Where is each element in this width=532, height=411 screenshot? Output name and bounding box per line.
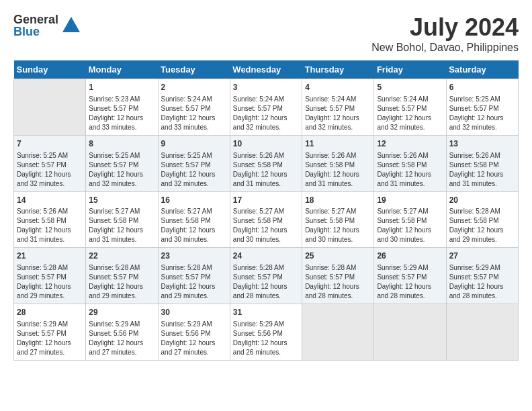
day-number: 2 <box>161 82 227 93</box>
cell-content: Sunrise: 5:29 AM Sunset: 5:57 PM Dayligh… <box>17 320 83 357</box>
cell-content: Sunrise: 5:27 AM Sunset: 5:58 PM Dayligh… <box>233 207 299 244</box>
calendar-cell: 2Sunrise: 5:24 AM Sunset: 5:57 PM Daylig… <box>158 79 230 136</box>
calendar-cell: 18Sunrise: 5:27 AM Sunset: 5:58 PM Dayli… <box>302 191 374 248</box>
day-number: 22 <box>89 250 154 262</box>
cell-content: Sunrise: 5:24 AM Sunset: 5:57 PM Dayligh… <box>161 95 227 132</box>
calendar-cell: 28Sunrise: 5:29 AM Sunset: 5:57 PM Dayli… <box>14 304 86 361</box>
day-number: 26 <box>377 250 443 262</box>
calendar-cell: 13Sunrise: 5:26 AM Sunset: 5:58 PM Dayli… <box>446 135 518 191</box>
cell-content: Sunrise: 5:26 AM Sunset: 5:58 PM Dayligh… <box>233 151 299 189</box>
logo-general: General <box>13 13 58 26</box>
header-wednesday: Wednesday <box>230 60 302 79</box>
calendar-cell <box>302 304 374 361</box>
day-number: 11 <box>305 138 371 150</box>
calendar-cell: 8Sunrise: 5:25 AM Sunset: 5:57 PM Daylig… <box>86 135 158 191</box>
cell-content: Sunrise: 5:27 AM Sunset: 5:58 PM Dayligh… <box>161 207 227 244</box>
calendar-cell: 29Sunrise: 5:29 AM Sunset: 5:56 PM Dayli… <box>86 304 158 361</box>
calendar-cell <box>374 304 446 361</box>
day-number: 25 <box>305 250 371 262</box>
cell-content: Sunrise: 5:26 AM Sunset: 5:58 PM Dayligh… <box>377 151 443 189</box>
table-row: 14Sunrise: 5:26 AM Sunset: 5:58 PM Dayli… <box>14 191 519 248</box>
calendar-cell: 25Sunrise: 5:28 AM Sunset: 5:57 PM Dayli… <box>302 248 374 304</box>
table-row: 21Sunrise: 5:28 AM Sunset: 5:57 PM Dayli… <box>14 248 519 304</box>
logo-icon <box>61 15 81 36</box>
day-number: 30 <box>161 307 227 318</box>
cell-content: Sunrise: 5:29 AM Sunset: 5:57 PM Dayligh… <box>377 263 443 301</box>
calendar-cell: 27Sunrise: 5:29 AM Sunset: 5:57 PM Dayli… <box>446 248 518 304</box>
cell-content: Sunrise: 5:29 AM Sunset: 5:56 PM Dayligh… <box>233 320 299 357</box>
header-friday: Friday <box>374 60 446 79</box>
day-number: 18 <box>305 195 371 206</box>
calendar-cell <box>14 79 86 136</box>
calendar-cell: 12Sunrise: 5:26 AM Sunset: 5:58 PM Dayli… <box>374 135 446 191</box>
calendar-cell: 26Sunrise: 5:29 AM Sunset: 5:57 PM Dayli… <box>374 248 446 304</box>
day-number: 15 <box>89 195 154 206</box>
calendar-cell: 7Sunrise: 5:25 AM Sunset: 5:57 PM Daylig… <box>14 135 86 191</box>
cell-content: Sunrise: 5:27 AM Sunset: 5:58 PM Dayligh… <box>377 207 443 244</box>
day-number: 9 <box>161 138 227 150</box>
cell-content: Sunrise: 5:26 AM Sunset: 5:58 PM Dayligh… <box>17 207 83 244</box>
day-number: 8 <box>89 138 154 150</box>
calendar-cell: 14Sunrise: 5:26 AM Sunset: 5:58 PM Dayli… <box>14 191 86 248</box>
day-number: 31 <box>233 307 299 318</box>
day-number: 14 <box>17 195 83 206</box>
header-monday: Monday <box>86 60 158 79</box>
calendar-cell: 5Sunrise: 5:24 AM Sunset: 5:57 PM Daylig… <box>374 79 446 136</box>
cell-content: Sunrise: 5:23 AM Sunset: 5:57 PM Dayligh… <box>89 95 154 132</box>
day-number: 1 <box>89 82 154 93</box>
cell-content: Sunrise: 5:25 AM Sunset: 5:57 PM Dayligh… <box>449 95 515 132</box>
logo-blue: Blue <box>13 26 58 38</box>
day-number: 28 <box>17 307 83 318</box>
header-saturday: Saturday <box>446 60 518 79</box>
calendar-cell: 20Sunrise: 5:28 AM Sunset: 5:58 PM Dayli… <box>446 191 518 248</box>
header: General Blue July 2024 New Bohol, Davao,… <box>13 13 519 54</box>
calendar-cell: 6Sunrise: 5:25 AM Sunset: 5:57 PM Daylig… <box>446 79 518 136</box>
cell-content: Sunrise: 5:24 AM Sunset: 5:57 PM Dayligh… <box>377 95 443 132</box>
cell-content: Sunrise: 5:28 AM Sunset: 5:57 PM Dayligh… <box>89 263 154 301</box>
logo: General Blue <box>13 13 81 38</box>
cell-content: Sunrise: 5:24 AM Sunset: 5:57 PM Dayligh… <box>233 95 299 132</box>
cell-content: Sunrise: 5:24 AM Sunset: 5:57 PM Dayligh… <box>305 95 371 132</box>
main-title: July 2024 <box>371 13 519 42</box>
header-thursday: Thursday <box>302 60 374 79</box>
day-number: 6 <box>449 82 515 93</box>
cell-content: Sunrise: 5:27 AM Sunset: 5:58 PM Dayligh… <box>305 207 371 244</box>
cell-content: Sunrise: 5:28 AM Sunset: 5:57 PM Dayligh… <box>161 263 227 301</box>
header-tuesday: Tuesday <box>158 60 230 79</box>
calendar-cell: 17Sunrise: 5:27 AM Sunset: 5:58 PM Dayli… <box>230 191 302 248</box>
day-number: 13 <box>449 138 515 150</box>
cell-content: Sunrise: 5:29 AM Sunset: 5:57 PM Dayligh… <box>449 263 515 301</box>
cell-content: Sunrise: 5:28 AM Sunset: 5:58 PM Dayligh… <box>449 207 515 244</box>
day-number: 23 <box>161 250 227 262</box>
cell-content: Sunrise: 5:28 AM Sunset: 5:57 PM Dayligh… <box>305 263 371 301</box>
cell-content: Sunrise: 5:29 AM Sunset: 5:56 PM Dayligh… <box>89 320 154 357</box>
calendar-cell: 19Sunrise: 5:27 AM Sunset: 5:58 PM Dayli… <box>374 191 446 248</box>
table-row: 1Sunrise: 5:23 AM Sunset: 5:57 PM Daylig… <box>14 79 519 136</box>
calendar-cell: 3Sunrise: 5:24 AM Sunset: 5:57 PM Daylig… <box>230 79 302 136</box>
cell-content: Sunrise: 5:27 AM Sunset: 5:58 PM Dayligh… <box>89 207 154 244</box>
calendar-cell: 15Sunrise: 5:27 AM Sunset: 5:58 PM Dayli… <box>86 191 158 248</box>
calendar-cell <box>446 304 518 361</box>
cell-content: Sunrise: 5:28 AM Sunset: 5:57 PM Dayligh… <box>233 263 299 301</box>
cell-content: Sunrise: 5:25 AM Sunset: 5:57 PM Dayligh… <box>17 151 83 189</box>
calendar-cell: 16Sunrise: 5:27 AM Sunset: 5:58 PM Dayli… <box>158 191 230 248</box>
calendar-cell: 30Sunrise: 5:29 AM Sunset: 5:56 PM Dayli… <box>158 304 230 361</box>
day-number: 21 <box>17 250 83 262</box>
calendar-cell: 4Sunrise: 5:24 AM Sunset: 5:57 PM Daylig… <box>302 79 374 136</box>
day-number: 29 <box>89 307 154 318</box>
day-number: 3 <box>233 82 299 93</box>
svg-marker-0 <box>62 17 80 32</box>
cell-content: Sunrise: 5:26 AM Sunset: 5:58 PM Dayligh… <box>305 151 371 189</box>
day-number: 17 <box>233 195 299 206</box>
day-number: 19 <box>377 195 443 206</box>
calendar-cell: 9Sunrise: 5:25 AM Sunset: 5:57 PM Daylig… <box>158 135 230 191</box>
day-number: 16 <box>161 195 227 206</box>
day-number: 4 <box>305 82 371 93</box>
day-number: 27 <box>449 250 515 262</box>
cell-content: Sunrise: 5:25 AM Sunset: 5:57 PM Dayligh… <box>89 151 154 189</box>
calendar-cell: 22Sunrise: 5:28 AM Sunset: 5:57 PM Dayli… <box>86 248 158 304</box>
calendar-cell: 10Sunrise: 5:26 AM Sunset: 5:58 PM Dayli… <box>230 135 302 191</box>
calendar-cell: 21Sunrise: 5:28 AM Sunset: 5:57 PM Dayli… <box>14 248 86 304</box>
calendar-cell: 1Sunrise: 5:23 AM Sunset: 5:57 PM Daylig… <box>86 79 158 136</box>
cell-content: Sunrise: 5:26 AM Sunset: 5:58 PM Dayligh… <box>449 151 515 189</box>
